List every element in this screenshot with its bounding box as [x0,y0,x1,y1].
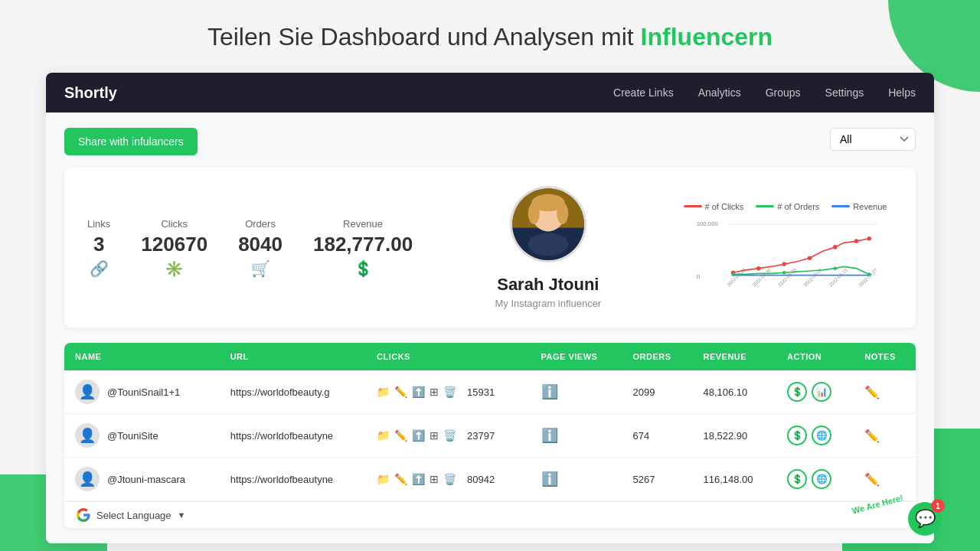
google-logo-icon [77,508,90,522]
cell-notes-2: ✏️ [854,458,916,501]
share-button[interactable]: Share with infulancers [64,128,198,155]
revenue-action-btn-1[interactable]: 💲 [787,425,807,445]
profile-center: Sarah Jtouni My Instagram influencer [443,186,652,309]
legend-clicks-line [684,205,702,207]
edit-icon-2[interactable]: ✏️ [394,473,407,485]
legend-revenue-line [831,205,850,207]
nav-link-groups[interactable]: Groups [766,86,801,99]
table-row: 👤 @TouniSnail1+1 https://worldofbeauty.g… [64,370,916,414]
col-url: URL [220,343,366,370]
stat-orders-value: 8040 [238,233,283,256]
legend-revenue-label: Revenue [853,202,887,211]
pageviews-info-icon-0: ℹ️ [541,384,558,399]
data-table: Name URL Clicks Page Views Orders Revenu… [64,343,916,501]
col-name: Name [64,343,220,370]
upload-icon-0[interactable]: ⬆️ [412,386,425,398]
stat-clicks-value: 120670 [141,233,207,256]
col-revenue: Revenue [692,343,776,370]
cell-revenue-1: 18,522.90 [692,414,776,458]
data-table-wrapper: Name URL Clicks Page Views Orders Revenu… [64,343,916,528]
username-2: @Jtouni-mascara [107,474,185,485]
edit-icon-1[interactable]: ✏️ [394,429,407,442]
nav-link-analytics[interactable]: Analytics [698,86,741,99]
grid-icon-2[interactable]: ⊞ [430,473,439,485]
col-orders: Orders [622,343,693,370]
cell-action-1: 💲 🌐 [776,414,854,458]
stat-links-value: 3 [87,233,110,256]
svg-text:100,000: 100,000 [696,220,718,227]
svg-text:2022-07-30: 2022-07-30 [751,266,772,287]
svg-point-7 [528,233,569,256]
user-avatar-1: 👤 [75,423,100,448]
delete-icon-1[interactable]: 🗑️ [443,429,456,442]
chart-section: # of Clicks # of Orders Revenue [684,202,893,294]
chart-container: 100,000 0 [684,217,893,294]
cell-action-2: 💲 🌐 [776,458,854,501]
legend-clicks-label: # of Clicks [705,202,744,211]
svg-point-5 [528,203,540,224]
svg-text:0: 0 [696,273,700,280]
note-icon-1[interactable]: ✏️ [864,429,880,442]
cell-revenue-0: 48,106.10 [692,370,776,414]
legend-orders-line [756,205,774,207]
folder-icon-1[interactable]: 📁 [377,429,390,442]
upload-icon-2[interactable]: ⬆️ [412,473,425,485]
cell-notes-0: ✏️ [854,370,916,414]
edit-icon-0[interactable]: ✏️ [394,386,407,398]
delete-icon-2[interactable]: 🗑️ [443,473,456,485]
legend-orders-label: # of Orders [777,202,819,211]
note-icon-0[interactable]: ✏️ [864,386,880,399]
grid-icon-0[interactable]: ⊞ [430,386,439,398]
revenue-action-btn-0[interactable]: 💲 [787,382,807,402]
grid-icon-1[interactable]: ⊞ [430,429,439,442]
chat-icon: 💬 [915,509,936,529]
username-0: @TouniSnail1+1 [107,386,180,398]
cell-name-1: 👤 @TouniSite [64,414,220,458]
cell-clicks-0: 📁 ✏️ ⬆️ ⊞ 🗑️ 15931 [366,370,531,414]
stat-orders-label: Orders [238,218,283,230]
chart-action-btn-2[interactable]: 🌐 [812,469,831,489]
revenue-action-btn-2[interactable]: 💲 [787,469,807,489]
nav-link-helps[interactable]: Helps [888,86,916,99]
stat-links: Links 3 🔗 [87,218,110,278]
cell-url-2: https://worldofbeautyne [220,458,366,501]
profile-name: Sarah Jtouni [497,275,599,295]
svg-text:2022-08-03: 2022-08-03 [776,266,797,287]
svg-point-6 [557,203,568,224]
folder-icon-2[interactable]: 📁 [377,473,390,485]
table-body: 👤 @TouniSnail1+1 https://worldofbeauty.g… [64,370,916,501]
cell-orders-0: 2099 [622,370,693,414]
chart-action-btn-1[interactable]: 🌐 [812,425,831,445]
chart-action-btn-0[interactable]: 📊 [812,382,831,402]
chat-bubble[interactable]: 💬 1 [908,502,942,536]
language-dropdown-arrow[interactable]: ▼ [178,510,186,520]
orders-icon: 🛒 [238,259,283,278]
note-icon-2[interactable]: ✏️ [864,473,880,486]
upload-icon-1[interactable]: ⬆️ [412,429,425,442]
stat-revenue-value: 182,777.00 [313,233,413,256]
user-avatar-0: 👤 [75,380,100,404]
legend-orders: # of Orders [756,202,819,211]
nav-link-settings[interactable]: Settings [825,86,864,99]
nav-link-create-links[interactable]: Create Links [613,86,674,99]
links-icon: 🔗 [87,259,110,278]
svg-point-18 [867,236,871,241]
col-page-views: Page Views [531,343,622,370]
delete-icon-0[interactable]: 🗑️ [443,386,456,398]
folder-icon-0[interactable]: 📁 [377,386,390,398]
svg-text:2022-08-11: 2022-08-11 [828,266,848,287]
avatar [510,186,586,262]
page-headline: Teilen Sie Dashboard und Analysen mit In… [46,23,934,51]
select-language-label[interactable]: Select Language [96,510,172,521]
top-controls: Share with infulancers All This Week Thi… [64,128,916,155]
legend-clicks: # of Clicks [684,202,744,211]
col-action: Action [776,343,854,370]
profile-subtitle: My Instagram influencer [495,298,601,309]
cell-clicks-1: 📁 ✏️ ⬆️ ⊞ 🗑️ 23797 [366,414,531,458]
brand-logo: Shortly [64,84,117,102]
revenue-icon: 💲 [313,259,413,278]
filter-select[interactable]: All This Week This Month This Year [830,128,916,151]
stat-orders: Orders 8040 🛒 [238,218,283,278]
pageviews-info-icon-1: ℹ️ [541,428,558,443]
cell-revenue-2: 116,148.00 [692,458,776,501]
